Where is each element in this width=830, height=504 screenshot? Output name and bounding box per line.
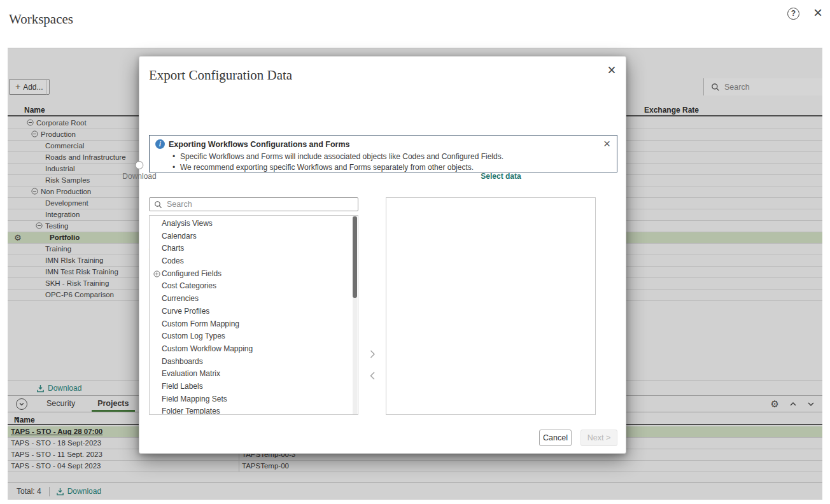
plus-circle-icon[interactable] — [153, 270, 160, 277]
table-row[interactable]: TAPS - STO - 04 Sept 2023TAPSTemp-00 — [8, 461, 822, 472]
available-item-label: Field Labels — [162, 382, 203, 391]
projects-download-link[interactable]: Download — [56, 487, 101, 496]
available-item[interactable]: Calendars — [150, 230, 358, 243]
workspace-download-link[interactable]: Download — [36, 384, 81, 393]
tree-row-label: Roads and Infrastructure — [45, 153, 126, 161]
minus-circle-icon[interactable] — [36, 221, 45, 232]
tree-row-label: Production — [41, 130, 76, 138]
available-item-label: Calendars — [162, 232, 197, 241]
selected-list[interactable] — [386, 197, 596, 415]
help-icon[interactable]: ? — [787, 8, 799, 20]
available-item[interactable]: Field Mapping Sets — [150, 393, 358, 406]
download-icon — [56, 487, 64, 496]
notice-banner: i Exporting Workflows Configurations and… — [149, 135, 617, 172]
modal-close-icon[interactable]: × — [603, 62, 620, 79]
project-name-cell: TAPS - STO - 18 Sept-2023 — [11, 438, 101, 449]
available-item-label: Dashboards — [162, 357, 203, 366]
tree-row-label: IMN Test Risk Training — [45, 268, 118, 276]
available-item[interactable]: Cost Categories — [150, 280, 358, 293]
minus-circle-icon[interactable] — [27, 118, 36, 129]
tree-row-label: IMN RIsk Training — [45, 256, 103, 264]
projects-footer: Total: 4 Download — [8, 482, 822, 500]
workspace-search — [703, 78, 822, 95]
project-name-cell: TAPS - STO - Aug 28 07:00 — [11, 426, 102, 437]
chevron-up-icon[interactable] — [789, 400, 797, 408]
tree-row-label: Corporate Root — [36, 119, 87, 127]
notice-close-icon[interactable]: × — [603, 137, 610, 151]
available-item[interactable]: Field Labels — [150, 381, 358, 393]
tree-row-label: Portfolio — [50, 234, 80, 241]
step-circle-icon — [136, 161, 144, 169]
column-divider — [239, 461, 239, 472]
tree-row-label: Training — [45, 245, 71, 253]
available-item[interactable]: Configured Fields — [150, 268, 358, 281]
available-item-label: Currencies — [162, 294, 199, 303]
tab-security[interactable]: Security — [46, 396, 75, 412]
move-right-button[interactable] — [368, 349, 377, 360]
available-item[interactable]: Custom Log Types — [150, 330, 358, 343]
tree-row-label: Commercial — [45, 142, 84, 150]
total-count: Total: 4 — [17, 487, 41, 496]
tree-row-label: Non Production — [41, 188, 91, 195]
available-item-label: Codes — [162, 256, 184, 265]
toolbar-divider — [46, 79, 46, 95]
minus-circle-icon[interactable] — [31, 130, 41, 141]
tree-row-label: OPC-P6 Comparison — [45, 291, 114, 298]
available-item[interactable]: Custom Form Mapping — [150, 318, 358, 331]
tree-row-label: Integration — [45, 211, 80, 218]
available-item[interactable]: Evaluation Matrix — [150, 368, 358, 381]
available-item[interactable]: Curve Profiles — [150, 305, 358, 318]
available-item-label: Folder Templates — [162, 407, 220, 415]
workspace-search-input[interactable] — [724, 83, 813, 92]
plus-icon: + — [15, 81, 20, 92]
available-item[interactable]: Folder Templates — [150, 405, 358, 415]
available-item[interactable]: Charts — [150, 242, 358, 255]
available-item-label: Curve Profiles — [162, 307, 209, 316]
available-item[interactable]: Dashboards — [150, 356, 358, 368]
available-item[interactable]: Analysis Views — [150, 218, 358, 230]
gear-icon[interactable]: ⚙ — [14, 232, 22, 243]
available-item-label: Configured Fields — [162, 269, 222, 278]
modal-buttons: Cancel Next > — [139, 430, 617, 446]
app-header: Workspaces ? × — [0, 0, 830, 48]
step-label: Select data — [481, 172, 521, 181]
notice-bullet: Specific Workflows and Forms will includ… — [180, 152, 503, 161]
exchange-rate-column-header: Exchange Rate — [644, 106, 699, 115]
tree-row-label: Industrial — [45, 165, 75, 172]
available-search-input[interactable] — [167, 200, 345, 209]
available-item-label: Analysis Views — [162, 219, 213, 228]
move-left-button[interactable] — [368, 371, 377, 381]
scrollbar-thumb[interactable] — [353, 216, 357, 298]
cancel-button[interactable]: Cancel — [539, 430, 572, 446]
project-name-cell: TAPS - STO - 11 Sept. 2023 — [11, 449, 102, 460]
notice-bullet: We recommend exporting specific Workflow… — [180, 163, 474, 172]
search-icon — [711, 83, 720, 92]
available-item[interactable]: Currencies — [150, 293, 358, 305]
chevron-down-icon[interactable] — [807, 400, 815, 408]
minus-circle-icon[interactable] — [31, 187, 41, 198]
available-item[interactable]: Codes — [150, 255, 358, 268]
tab-projects[interactable]: Projects — [92, 396, 134, 412]
notice-title: Exporting Workflows Configurations and F… — [169, 140, 350, 149]
available-item-label: Evaluation Matrix — [162, 369, 220, 378]
page-title: Workspaces — [9, 11, 73, 27]
info-icon: i — [155, 139, 165, 149]
chevron-left-icon — [370, 372, 376, 380]
chevron-circle-icon[interactable] — [16, 398, 27, 410]
scrollbar-track[interactable] — [353, 216, 357, 415]
available-search — [149, 197, 358, 211]
tree-row-label: Development — [45, 199, 88, 207]
next-button[interactable]: Next > — [580, 430, 617, 446]
tree-row-label: SKH - Risk Training — [45, 279, 109, 287]
available-item[interactable]: Custom Workflow Mapping — [150, 343, 358, 356]
add-button[interactable]: +Add... — [9, 79, 50, 95]
export-configuration-modal: Export Configuration Data Select dataDow… — [139, 56, 626, 454]
tree-row-label: Risk Samples — [45, 176, 90, 184]
close-icon[interactable]: × — [811, 4, 825, 22]
footer-divider — [49, 487, 50, 496]
available-item-label: Custom Form Mapping — [162, 319, 239, 328]
modal-title: Export Configuration Data — [149, 67, 292, 83]
gear-icon[interactable]: ⚙ — [771, 398, 779, 410]
available-list: Analysis ViewsCalendarsChartsCodesConfig… — [149, 215, 358, 415]
chevron-right-icon — [370, 350, 376, 358]
